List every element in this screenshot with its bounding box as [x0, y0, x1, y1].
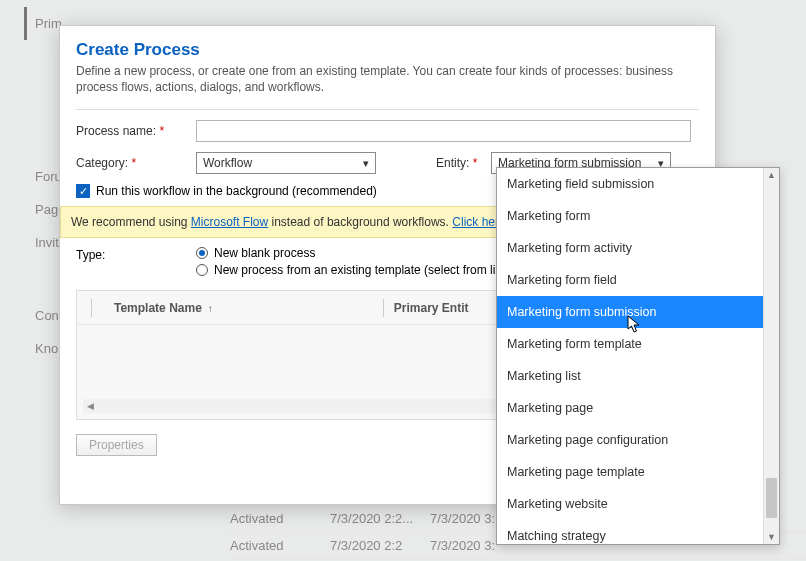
- entity-option[interactable]: Marketing form field: [497, 264, 763, 296]
- type-label: Type:: [76, 246, 196, 280]
- entity-option[interactable]: Marketing page configuration: [497, 424, 763, 456]
- properties-button[interactable]: Properties: [76, 434, 157, 456]
- entity-option[interactable]: Marketing form: [497, 200, 763, 232]
- process-name-input[interactable]: [196, 120, 691, 142]
- entity-option[interactable]: Marketing page: [497, 392, 763, 424]
- entity-option[interactable]: Marketing page template: [497, 456, 763, 488]
- scroll-down-icon[interactable]: ▼: [764, 532, 779, 542]
- entity-option[interactable]: Marketing form activity: [497, 232, 763, 264]
- entity-option[interactable]: Matching strategy: [497, 520, 763, 544]
- entity-option[interactable]: Marketing form template: [497, 328, 763, 360]
- grid-col-template-name[interactable]: Template Name↑: [102, 301, 213, 315]
- type-radio-blank[interactable]: [196, 247, 208, 259]
- grid-col-primary-entity[interactable]: Primary Entit: [394, 301, 469, 315]
- scroll-left-icon[interactable]: ◀: [83, 401, 97, 411]
- background-checkbox[interactable]: ✓: [76, 184, 90, 198]
- background-checkbox-label: Run this workflow in the background (rec…: [96, 184, 377, 198]
- type-radio-template-label: New process from an existing template (s…: [214, 263, 512, 277]
- type-radio-blank-label: New blank process: [214, 246, 315, 260]
- dialog-title: Create Process: [76, 40, 699, 60]
- type-radio-template[interactable]: [196, 264, 208, 276]
- entity-option[interactable]: Marketing website: [497, 488, 763, 520]
- process-name-label: Process name: *: [76, 124, 196, 138]
- entity-label: Entity: *: [436, 156, 491, 170]
- entity-option[interactable]: Marketing field submission: [497, 168, 763, 200]
- dropdown-scrollbar[interactable]: ▲ ▼: [763, 168, 779, 544]
- scroll-thumb[interactable]: [766, 478, 777, 518]
- category-select[interactable]: Workflow ▾: [196, 152, 376, 174]
- scroll-up-icon[interactable]: ▲: [764, 170, 779, 180]
- microsoft-flow-link[interactable]: Microsoft Flow: [191, 215, 268, 229]
- category-label: Category: *: [76, 156, 196, 170]
- chevron-down-icon: ▾: [363, 157, 369, 170]
- entity-dropdown[interactable]: Marketing field submissionMarketing form…: [496, 167, 780, 545]
- sort-asc-icon: ↑: [208, 303, 213, 314]
- entity-option[interactable]: Marketing list: [497, 360, 763, 392]
- entity-option[interactable]: Marketing form submission: [497, 296, 763, 328]
- dialog-subtitle: Define a new process, or create one from…: [76, 63, 699, 95]
